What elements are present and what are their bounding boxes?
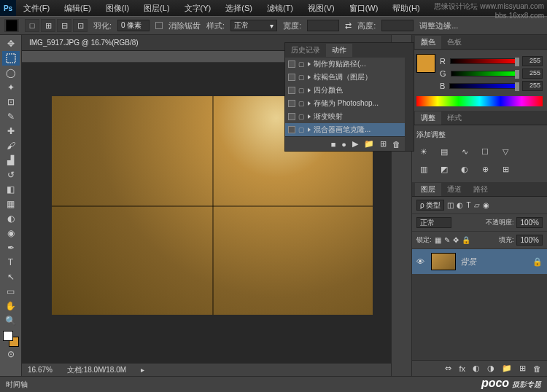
fill-value[interactable]: 100% [516, 235, 543, 246]
adj-brightness-icon[interactable]: ☀ [416, 146, 431, 157]
wand-tool[interactable]: ✦ [2, 80, 20, 95]
width-input[interactable] [307, 20, 339, 31]
gradient-tool[interactable]: ▦ [2, 197, 20, 211]
blur-tool[interactable]: ◐ [2, 211, 20, 226]
history-brush-tool[interactable]: ↺ [2, 168, 20, 182]
path-tool[interactable]: ↖ [2, 270, 20, 284]
refine-edge[interactable]: 调整边缘... [419, 20, 458, 31]
delete-icon[interactable]: 🗑 [392, 140, 400, 149]
new-sel-icon[interactable]: □ [25, 19, 39, 32]
menu-image[interactable]: 图像(I) [98, 1, 136, 16]
adjustment-icon[interactable]: ◑ [487, 364, 494, 373]
menu-type[interactable]: 文字(Y) [177, 1, 219, 16]
marquee-tool[interactable] [2, 51, 20, 66]
current-color[interactable] [416, 54, 435, 73]
tab-actions[interactable]: 动作 [326, 44, 352, 57]
record-icon[interactable]: ● [341, 140, 346, 149]
menu-filter[interactable]: 滤镜(T) [260, 1, 300, 16]
type-tool[interactable]: T [2, 255, 20, 270]
eraser-tool[interactable]: ◧ [2, 182, 20, 197]
menu-edit[interactable]: 编辑(E) [57, 1, 98, 16]
zoom-tool[interactable]: 🔍 [2, 313, 20, 328]
antialias-checkbox[interactable] [155, 22, 163, 29]
tab-layers[interactable]: 图层 [415, 183, 441, 196]
adj-levels-icon[interactable]: ▤ [437, 146, 451, 157]
menu-window[interactable]: 窗口(W) [342, 1, 386, 16]
new-layer-icon[interactable]: ⊞ [519, 364, 526, 373]
actions-scrollbar[interactable] [405, 58, 414, 151]
adj-hue-icon[interactable]: ▥ [416, 163, 431, 175]
r-value[interactable]: 255 [522, 56, 543, 66]
action-item-1[interactable]: ▢棕褐色调（图层） [285, 71, 405, 84]
shape-tool[interactable]: ▭ [2, 284, 20, 299]
color-swatches[interactable] [3, 331, 19, 347]
menu-view[interactable]: 视图(V) [300, 1, 342, 16]
new-action-icon[interactable]: ⊞ [380, 139, 387, 149]
tab-color[interactable]: 颜色 [415, 36, 441, 49]
stamp-tool[interactable]: ▟ [2, 153, 20, 168]
pen-tool[interactable]: ✒ [2, 240, 20, 255]
quickmask-tool[interactable]: ⊙ [2, 347, 20, 361]
tab-paths[interactable]: 路径 [468, 183, 494, 196]
adj-bw-icon[interactable]: ◩ [437, 163, 451, 175]
fx-icon[interactable]: fx [459, 364, 465, 373]
link-icon[interactable]: ⇔ [445, 364, 451, 373]
r-slider[interactable] [450, 58, 518, 64]
g-value[interactable]: 255 [522, 68, 543, 79]
action-item-5[interactable]: ▢混合器画笔克隆... [285, 123, 405, 136]
hand-tool[interactable]: ✋ [2, 299, 20, 313]
group-icon[interactable]: 📁 [502, 364, 512, 373]
int-sel-icon[interactable]: ⊡ [73, 19, 88, 32]
tab-channels[interactable]: 通道 [441, 183, 468, 196]
stop-icon[interactable]: ■ [331, 140, 336, 149]
b-slider[interactable] [449, 83, 518, 89]
b-value[interactable]: 255 [522, 81, 543, 91]
menu-layer[interactable]: 图层(L) [136, 1, 176, 16]
action-item-0[interactable]: ▢制作剪贴路径(... [285, 58, 405, 71]
brush-tool[interactable]: 🖌 [2, 138, 20, 153]
tab-styles[interactable]: 样式 [441, 111, 468, 125]
height-input[interactable] [381, 20, 414, 31]
lasso-tool[interactable]: ◯ [2, 66, 20, 80]
heal-tool[interactable]: ✚ [2, 124, 20, 138]
action-label: 制作剪贴路径(... [314, 59, 366, 69]
adj-exposure-icon[interactable]: ☐ [478, 146, 492, 157]
trash-icon[interactable]: 🗑 [533, 364, 541, 373]
move-tool[interactable]: ✥ [2, 36, 20, 51]
mask-icon[interactable]: ◐ [473, 364, 480, 373]
adj-photo-icon[interactable]: ◐ [457, 163, 472, 175]
action-item-4[interactable]: ▢渐变映射 [285, 110, 405, 123]
blend-mode-select[interactable]: 正常 [416, 217, 451, 228]
g-slider[interactable] [451, 71, 518, 77]
sub-sel-icon[interactable]: ⊟ [57, 19, 71, 32]
tab-swatches[interactable]: 色板 [441, 36, 468, 49]
style-select[interactable]: 正常▾ [230, 20, 277, 31]
zoom-level[interactable]: 16.67% [28, 366, 53, 374]
adj-vibrance-icon[interactable]: ▽ [498, 146, 513, 157]
menu-select[interactable]: 选择(S) [218, 1, 260, 16]
marquee-icon[interactable] [4, 19, 19, 32]
action-item-2[interactable]: ▢四分颜色 [285, 84, 405, 97]
tab-adjust[interactable]: 调整 [415, 111, 441, 125]
dodge-tool[interactable]: ◉ [2, 226, 20, 240]
layer-kind-select[interactable]: ρ 类型 [416, 200, 444, 211]
fg-swatch[interactable] [3, 331, 13, 341]
opacity-value[interactable]: 100% [516, 217, 543, 228]
adj-curves-icon[interactable]: ∿ [457, 146, 472, 157]
adj-lookup-icon[interactable]: ⊞ [498, 163, 513, 175]
menu-file[interactable]: 文件(F) [16, 1, 57, 16]
spectrum-bar[interactable] [416, 96, 543, 106]
layer-row-background[interactable]: 👁 背景 🔒 [412, 249, 547, 274]
add-sel-icon[interactable]: ⊞ [41, 19, 55, 32]
play-icon[interactable]: ▶ [352, 139, 358, 149]
tab-history[interactable]: 历史记录 [285, 44, 326, 57]
new-set-icon[interactable]: 📁 [364, 139, 374, 149]
timeline-label[interactable]: 时间轴 [6, 380, 28, 390]
crop-tool[interactable]: ⊡ [2, 95, 20, 109]
menu-help[interactable]: 帮助(H) [385, 1, 427, 16]
eyedropper-tool[interactable]: ✎ [2, 109, 20, 124]
visibility-icon[interactable]: 👁 [416, 257, 427, 266]
feather-input[interactable]: 0 像素 [117, 20, 150, 31]
action-item-3[interactable]: ▢存储为 Photoshop... [285, 97, 405, 110]
adj-mixer-icon[interactable]: ⊕ [478, 163, 492, 175]
